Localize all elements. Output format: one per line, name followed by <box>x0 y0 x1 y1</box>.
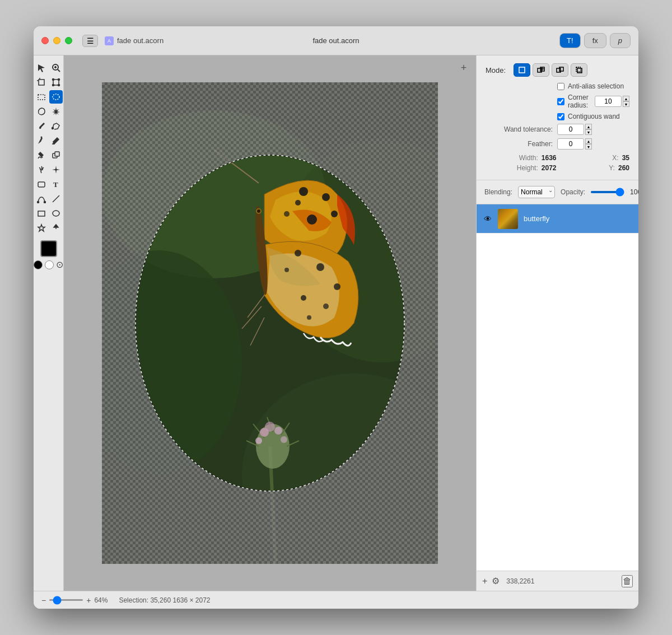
plugin-button[interactable]: p <box>610 33 631 48</box>
polygon-lasso-tool[interactable] <box>49 119 63 133</box>
delete-layer-button[interactable]: 🗑 <box>622 575 633 587</box>
sidebar-icon: ☰ <box>87 36 94 45</box>
y-label: Y: <box>609 164 615 172</box>
magic-wand-tool[interactable] <box>49 105 63 118</box>
svg-point-14 <box>53 94 59 100</box>
titlebar: ☰ A fade out.acorn fade out.acorn T! fx … <box>34 26 638 55</box>
x-label: X: <box>612 154 618 162</box>
lasso-tool[interactable] <box>35 105 48 118</box>
height-item: Height: 2072 <box>486 164 557 172</box>
rect-select-tool[interactable] <box>35 90 48 104</box>
properties-panel: Mode: <box>477 55 638 180</box>
zoom-in-button[interactable]: + <box>86 596 91 605</box>
layer-settings-button[interactable]: ⚙ <box>492 576 500 586</box>
text-tool[interactable]: T <box>49 178 63 191</box>
zoom-tool[interactable] <box>49 61 63 74</box>
layers-footer: + ⚙ 338,2261 🗑 <box>477 571 638 591</box>
mode-buttons <box>514 63 587 77</box>
zoom-value: 64% <box>94 596 108 604</box>
feather-label: Feather: <box>486 140 553 148</box>
layer-coords: 338,2261 <box>506 577 534 585</box>
sidebar-toggle-button[interactable]: ☰ <box>82 35 98 47</box>
wand-tolerance-down[interactable]: ▼ <box>585 129 592 135</box>
tool-row-6 <box>35 134 63 147</box>
sparkle-tool[interactable] <box>49 163 63 176</box>
black-color-swatch[interactable] <box>34 260 43 269</box>
mode-intersect-button[interactable] <box>571 63 587 77</box>
zoom-slider[interactable] <box>49 599 83 601</box>
svg-point-12 <box>58 85 59 86</box>
corner-radius-down[interactable]: ▼ <box>623 101 629 107</box>
wand-tolerance-up[interactable]: ▲ <box>585 124 592 129</box>
shape-tool[interactable] <box>35 178 48 191</box>
tool-arrange-button[interactable]: T! <box>560 34 580 48</box>
opacity-slider[interactable] <box>591 191 624 193</box>
layer-row[interactable]: 👁 butterfly <box>477 204 638 234</box>
color-picker-btn[interactable]: ⊙ <box>56 259 63 270</box>
tool-row-7 <box>35 148 63 162</box>
feather-input[interactable] <box>557 138 584 150</box>
opacity-value: 100% <box>630 188 638 196</box>
eyedropper-tool[interactable] <box>35 119 48 133</box>
file-tab[interactable]: A fade out.acorn <box>105 36 164 45</box>
transform-tool[interactable] <box>49 76 63 89</box>
add-layer-button[interactable]: + <box>482 576 487 586</box>
wand-tolerance-input[interactable] <box>557 124 584 135</box>
fx-button[interactable]: fx <box>584 33 606 48</box>
rect-shape-tool[interactable] <box>35 207 48 220</box>
corner-radius-input[interactable] <box>595 96 622 107</box>
maximize-button[interactable] <box>65 37 72 44</box>
corner-radius-checkbox[interactable] <box>557 98 564 105</box>
corner-radius-up[interactable]: ▲ <box>623 96 629 101</box>
anti-alias-label: Anti-alias selection <box>568 82 624 90</box>
contiguous-wand-checkbox[interactable] <box>557 113 564 120</box>
zoom-controls: − + 64% <box>41 596 108 605</box>
canvas[interactable] <box>102 82 438 564</box>
blur-tool[interactable] <box>35 163 48 176</box>
white-color-swatch[interactable] <box>45 260 54 269</box>
blending-select[interactable]: Normal Multiply Screen Overlay Darken Li… <box>518 186 555 198</box>
color-mini-row: ⊙ <box>34 259 63 270</box>
fill-tool[interactable] <box>35 148 48 162</box>
layer-visibility-button[interactable]: 👁 <box>482 213 493 225</box>
mode-rect-button[interactable] <box>514 63 530 77</box>
tool-row-8 <box>35 163 63 176</box>
close-button[interactable] <box>41 37 49 44</box>
tool-row-9: T <box>35 178 63 191</box>
corner-radius-row: Corner radius: ▲ ▼ <box>486 94 629 109</box>
ellipse-select-tool[interactable] <box>49 90 63 104</box>
main-area: T <box>34 55 638 591</box>
brush-tool[interactable] <box>49 134 63 147</box>
mode-subtract-button[interactable] <box>552 63 568 77</box>
mode-label: Mode: <box>486 66 508 74</box>
add-canvas-button[interactable]: + <box>457 61 470 74</box>
arrow-tool[interactable] <box>35 61 48 74</box>
zoom-out-button[interactable]: − <box>41 596 46 605</box>
bezier-tool[interactable] <box>35 192 48 206</box>
x-value: 35 <box>622 154 629 162</box>
crop-tool[interactable] <box>35 76 48 89</box>
color-section: ⊙ <box>34 240 63 270</box>
mode-add-button[interactable] <box>533 63 549 77</box>
ellipse-shape-tool[interactable] <box>49 207 63 220</box>
svg-point-10 <box>58 79 59 81</box>
anti-alias-checkbox[interactable] <box>557 83 564 90</box>
file-name: fade out.acorn <box>117 36 164 45</box>
arrow-shape-tool[interactable] <box>49 221 63 235</box>
line-tool[interactable] <box>49 192 63 206</box>
feather-down[interactable]: ▼ <box>585 144 592 150</box>
contiguous-wand-row: Contiguous wand <box>486 113 629 120</box>
pen-tool[interactable] <box>35 134 48 147</box>
mode-row: Mode: <box>486 63 629 77</box>
star-tool[interactable] <box>35 221 48 235</box>
tool-row-1 <box>35 61 63 74</box>
foreground-color[interactable] <box>40 240 57 257</box>
feather-up[interactable]: ▲ <box>585 138 592 144</box>
main-window: ☰ A fade out.acorn fade out.acorn T! fx … <box>34 26 638 609</box>
minimize-button[interactable] <box>53 37 60 44</box>
traffic-lights <box>41 37 72 44</box>
contiguous-wand-label: Contiguous wand <box>568 113 620 120</box>
clone-tool[interactable] <box>49 148 63 162</box>
y-item: Y: 260 <box>559 164 630 172</box>
blending-label: Blending: <box>484 188 512 196</box>
